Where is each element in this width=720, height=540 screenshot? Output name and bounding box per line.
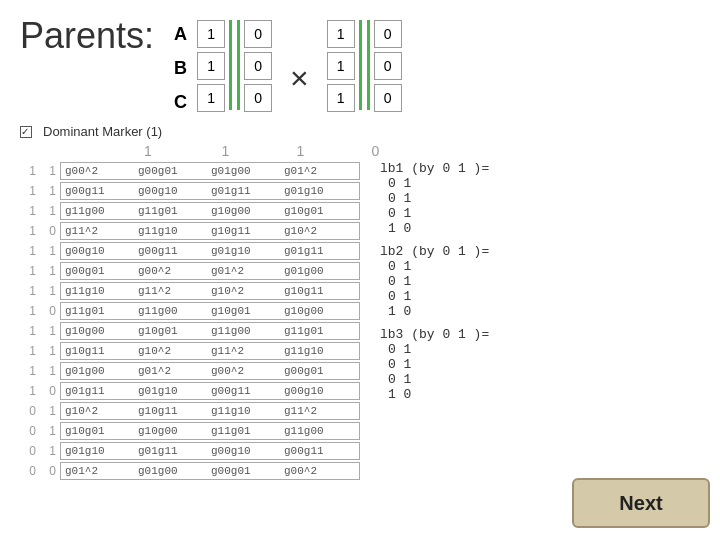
gene-4: g00g11 — [284, 445, 355, 457]
main-content: 1 1 g00^2 g00g01 g01g00 g01^2 1 1 g00g11… — [0, 161, 720, 481]
gene-1: g11g10 — [65, 285, 136, 297]
row-num1: 1 — [20, 344, 40, 358]
gene-box: g11^2 g11g10 g10g11 g10^2 — [60, 222, 360, 240]
gene-box: g01g00 g01^2 g00^2 g00g01 — [60, 362, 360, 380]
row-num1: 1 — [20, 244, 40, 258]
row-num1: 0 — [20, 424, 40, 438]
table-row: 1 0 g11g01 g11g00 g10g01 g10g00 — [20, 301, 360, 321]
m2-r3c2: 0 — [374, 84, 402, 112]
gene-box: g10g00 g10g01 g11g00 g11g01 — [60, 322, 360, 340]
row-num1: 1 — [20, 204, 40, 218]
row-num1: 1 — [20, 384, 40, 398]
lb-row: 0 1 — [380, 191, 700, 206]
matrices-container: A B C 1 1 1 0 0 0 × 1 — [174, 15, 402, 117]
row-num2: 1 — [40, 184, 60, 198]
gene-4: g01^2 — [284, 165, 355, 177]
m2-r1c1: 1 — [327, 20, 355, 48]
gene-1: g01^2 — [65, 465, 136, 477]
row-num1: 0 — [20, 444, 40, 458]
row-num1: 1 — [20, 304, 40, 318]
gene-box: g11g10 g11^2 g10^2 g10g11 — [60, 282, 360, 300]
gene-1: g11g00 — [65, 205, 136, 217]
table-row: 0 0 g01^2 g01g00 g00g01 g00^2 — [20, 461, 360, 481]
gene-box: g00g01 g00^2 g01^2 g01g00 — [60, 262, 360, 280]
m1-r1c2: 0 — [244, 20, 272, 48]
row-num2: 1 — [40, 344, 60, 358]
row-num1: 1 — [20, 324, 40, 338]
gene-3: g10g00 — [211, 205, 282, 217]
gene-1: g01g11 — [65, 385, 136, 397]
green-lines-2 — [359, 20, 370, 110]
matrix-row-labels: A B C — [174, 19, 187, 117]
row-num1: 1 — [20, 184, 40, 198]
row-num2: 1 — [40, 364, 60, 378]
green-line-2a — [359, 20, 362, 110]
gene-4: g11^2 — [284, 405, 355, 417]
gene-box: g01g11 g01g10 g00g11 g00g10 — [60, 382, 360, 400]
gene-2: g01g10 — [138, 385, 209, 397]
table-row: 0 1 g10g01 g10g00 g11g01 g11g00 — [20, 421, 360, 441]
row-num1: 1 — [20, 164, 40, 178]
gene-4: g00^2 — [284, 465, 355, 477]
lb-title: lb1 (by 0 1 )= — [380, 161, 700, 176]
lb-row: 0 1 — [380, 342, 700, 357]
gene-1: g11g01 — [65, 305, 136, 317]
gene-3: g11g00 — [211, 325, 282, 337]
gene-2: g00g10 — [138, 185, 209, 197]
m2-r2c2: 0 — [374, 52, 402, 80]
row-num2: 1 — [40, 204, 60, 218]
lb-group: lb3 (by 0 1 )= 0 1 0 1 0 1 1 0 — [380, 327, 700, 402]
checkbox-icon — [20, 126, 32, 138]
gene-4: g10^2 — [284, 225, 355, 237]
gene-2: g11g10 — [138, 225, 209, 237]
m2-r3c1: 1 — [327, 84, 355, 112]
parents-title: Parents: — [20, 15, 154, 57]
lb-row: 0 1 — [380, 176, 700, 191]
col-header-1: 1 — [108, 143, 188, 159]
gene-4: g11g01 — [284, 325, 355, 337]
lb-group: lb1 (by 0 1 )= 0 1 0 1 0 1 1 0 — [380, 161, 700, 236]
gene-4: g11g10 — [284, 345, 355, 357]
gene-4: g10g11 — [284, 285, 355, 297]
matrix2-col1: 1 1 1 — [327, 20, 355, 112]
row-num2: 1 — [40, 264, 60, 278]
gene-2: g10g01 — [138, 325, 209, 337]
m1-r1c1: 1 — [197, 20, 225, 48]
lb-row: 0 1 — [380, 259, 700, 274]
gene-box: g10g01 g10g00 g11g01 g11g00 — [60, 422, 360, 440]
gene-2: g00^2 — [138, 265, 209, 277]
gene-2: g11^2 — [138, 285, 209, 297]
gene-3: g10^2 — [211, 285, 282, 297]
gene-3: g11g10 — [211, 405, 282, 417]
gene-2: g01g11 — [138, 445, 209, 457]
gene-1: g00g11 — [65, 185, 136, 197]
gene-1: g10g11 — [65, 345, 136, 357]
table-row: 1 0 g01g11 g01g10 g00g11 g00g10 — [20, 381, 360, 401]
row-num2: 0 — [40, 464, 60, 478]
gene-3: g11g01 — [211, 425, 282, 437]
table-row: 1 1 g00g10 g00g11 g01g10 g01g11 — [20, 241, 360, 261]
gene-3: g10g01 — [211, 305, 282, 317]
next-button[interactable]: Next — [572, 478, 710, 528]
gene-3: g00^2 — [211, 365, 282, 377]
gene-4: g01g00 — [284, 265, 355, 277]
row-num2: 0 — [40, 224, 60, 238]
lb-row: 0 1 — [380, 206, 700, 221]
gene-4: g00g10 — [284, 385, 355, 397]
gene-box: g11g01 g11g00 g10g01 g10g00 — [60, 302, 360, 320]
row-num2: 1 — [40, 404, 60, 418]
row-num2: 1 — [40, 164, 60, 178]
gene-1: g00^2 — [65, 165, 136, 177]
gene-box: g00g11 g00g10 g01g11 g01g10 — [60, 182, 360, 200]
gene-box: g10g11 g10^2 g11^2 g11g10 — [60, 342, 360, 360]
m2-r2c1: 1 — [327, 52, 355, 80]
m1-r2c2: 0 — [244, 52, 272, 80]
row-num2: 0 — [40, 384, 60, 398]
lb-row: 1 0 — [380, 387, 700, 402]
gene-3: g01g10 — [211, 245, 282, 257]
gene-box: g01g10 g01g11 g00g10 g00g11 — [60, 442, 360, 460]
lb-group: lb2 (by 0 1 )= 0 1 0 1 0 1 1 0 — [380, 244, 700, 319]
gene-1: g10g01 — [65, 425, 136, 437]
table-row: 0 1 g01g10 g01g11 g00g10 g00g11 — [20, 441, 360, 461]
lb-row: 1 0 — [380, 304, 700, 319]
